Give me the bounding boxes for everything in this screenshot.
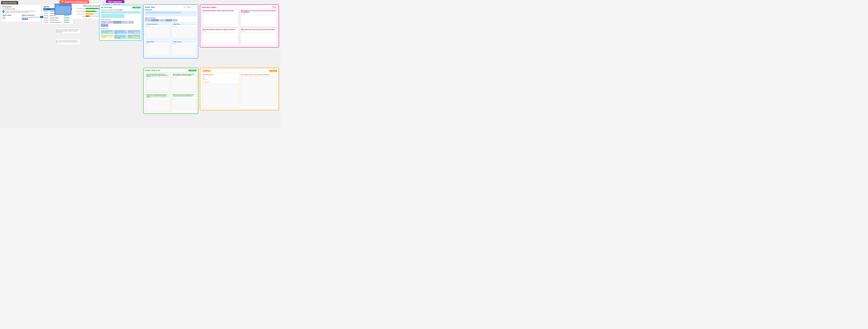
note-meta-2: Note title <box>172 25 177 27</box>
outcome-chip <box>145 19 150 22</box>
sprint-goal-area <box>145 11 197 17</box>
sprint-dates-section: Sprint dates Start: End: <box>2 14 21 20</box>
norm-note-5: Create a safe space where everyone feels… <box>114 35 127 39</box>
decide-cell-3: What issues will have the greatest impac… <box>145 92 170 112</box>
event-norms-title: Event norms <box>101 28 141 29</box>
didnt-like-note <box>172 27 196 38</box>
team-building-header: 🏆 Team Team building activity <box>59 0 90 4</box>
outcome-box-lg <box>101 24 108 27</box>
closing-add-btn[interactable]: + add note <box>269 70 277 72</box>
participant-info: 1/5 participants added <box>2 8 40 10</box>
team-building-body-left: Teams <box>55 4 71 15</box>
table-row: 11:30 am Close the retrospective Online … <box>43 21 72 24</box>
sprint-dates-title: Sprint dates <box>2 14 21 16</box>
final-sprint-notes: Final sprint notes Start Stop Both start <box>202 73 239 109</box>
closing-right-question: Are all items on the to do list tied to … <box>241 74 277 75</box>
event-overview-button[interactable]: Event overview <box>1 1 18 5</box>
set-stage-panel: Set the stage + add item Purpose and obj… <box>99 5 142 41</box>
action-note <box>146 45 169 56</box>
norm-note-1: Focus on creating value in every thing <box>101 30 114 34</box>
closing-note-area <box>203 84 238 108</box>
participants-section: Participants 1/5 participants added A So… <box>2 6 40 13</box>
closing-right-note <box>241 76 277 106</box>
table-row: 10:30 am Generate insights Online link <box>43 17 72 19</box>
table-row: 10:00 am Gather data Online link <box>43 15 72 17</box>
wish-note <box>172 45 196 56</box>
end-label: End: <box>2 18 21 19</box>
set-stage-add-btn[interactable]: + add item <box>132 7 141 8</box>
participant-text: Some of your team members have already a… <box>5 10 40 13</box>
norm-note-4: Focus on issues and not the people <box>101 35 114 39</box>
search-input[interactable] <box>186 6 197 8</box>
outcome-chip <box>151 19 159 22</box>
outcome-box <box>128 21 134 24</box>
purpose-title: Purpose and objective of the sprint <box>101 9 141 10</box>
export-insights-button[interactable]: Export <box>271 6 277 8</box>
outcome-box <box>101 21 106 24</box>
decide-cell-4: How can we continue to improve our commu… <box>171 92 197 112</box>
outcome-chip <box>165 19 172 22</box>
generate-insights-panel: Generate insights Export How did team dy… <box>200 4 279 48</box>
edit-icon[interactable]: ✎ <box>139 37 141 39</box>
outcome-box-lg <box>113 21 122 24</box>
start-label: Start: <box>2 17 21 18</box>
norm-note-2: Set clear goals and make them aware to t… <box>114 30 127 34</box>
participant-row: A Some of your team members have already… <box>2 10 40 13</box>
insight-box-tl: How did team dynamics affect what was ac… <box>202 9 239 27</box>
sprint-resources-title: Sprint resources <box>22 14 40 16</box>
closing-panel: Closing + add note Final sprint notes St… <box>200 68 279 110</box>
decide-cell-2: What problems should we address or try t… <box>171 72 197 92</box>
norm-note-3: Be positive, constructive and curious <box>128 30 141 34</box>
set-stage-title: Set the stage <box>101 6 112 8</box>
outcome-chip <box>173 19 178 22</box>
note-meta-3: Note title <box>146 43 150 44</box>
sprint-outcomes-label: Sprint outcomes <box>145 17 197 19</box>
note-meta-4: Note title <box>172 43 177 44</box>
sprint-outcomes-title: Sprint outcomes <box>101 19 141 20</box>
decide-panel: Decide what to do + add note How can we … <box>143 68 198 114</box>
team-building-note-1: Here you can describe a quick team build… <box>55 28 81 34</box>
sprint-goal-label: Sprint goal <box>145 9 197 10</box>
closing-title: Closing <box>202 70 211 72</box>
outcome-chip <box>159 19 165 22</box>
participants-title: Participants <box>2 6 40 8</box>
outcome-box <box>107 21 112 24</box>
insight-box-tr: What patterns do we see across the first… <box>240 9 278 27</box>
gather-data-panel: Gather data 🔍 Sprint goal Sprint outcome… <box>143 4 198 58</box>
decide-add-btn[interactable]: + add note <box>188 70 197 72</box>
resources-note: Add links to relevant resources <box>22 17 40 18</box>
team-building-note-2: Also, you can write here what the team i… <box>55 39 81 45</box>
agenda-title: Agenda <box>43 6 49 8</box>
proud-note <box>146 27 169 38</box>
didnt-like-panel: I didn't like... Note title <box>171 22 197 39</box>
gather-data-title: Gather data <box>145 6 155 8</box>
decide-cell-1: How can we build on what we've already a… <box>145 72 170 92</box>
insight-box-bl: What external factors affected our abili… <box>202 28 239 46</box>
purpose-note-1 <box>101 11 141 13</box>
closing-right-panel: Are all items on the to do list tied to … <box>240 73 278 109</box>
wish-panel: I wish we had... Note title <box>171 40 197 57</box>
action-items-panel: Action items Note title <box>145 40 170 57</box>
insight-box-br: What action items need to be discussed b… <box>240 28 278 46</box>
index-badge: 1 <box>40 16 43 18</box>
closing-add-note-btn[interactable]: + add note <box>203 81 210 83</box>
sprint-resources-section: Sprint resources Add links to relevant r… <box>22 14 40 20</box>
final-sprint-notes-title: Final sprint notes <box>203 74 238 75</box>
decide-title: Decide what to do <box>145 70 160 72</box>
proud-panel: I'm most proud of... Note title <box>145 22 170 39</box>
note-meta-1: Note title <box>146 25 150 27</box>
event-panel: Participants 1/5 participants added A So… <box>1 4 41 22</box>
purpose-note-2 <box>101 14 125 18</box>
avatar: A <box>2 10 4 13</box>
team-building-title: Team Team building activity <box>65 1 88 3</box>
norm-note-6: Listen to understand not respond <box>128 35 141 39</box>
table-row: 11:00 am Decide what to do Online link <box>43 19 72 21</box>
trophy-icon: 🏆 <box>61 1 64 3</box>
insights-title: Generate insights <box>202 6 217 8</box>
outcome-box <box>122 21 128 24</box>
add-link-button[interactable]: Add link <box>22 18 28 20</box>
